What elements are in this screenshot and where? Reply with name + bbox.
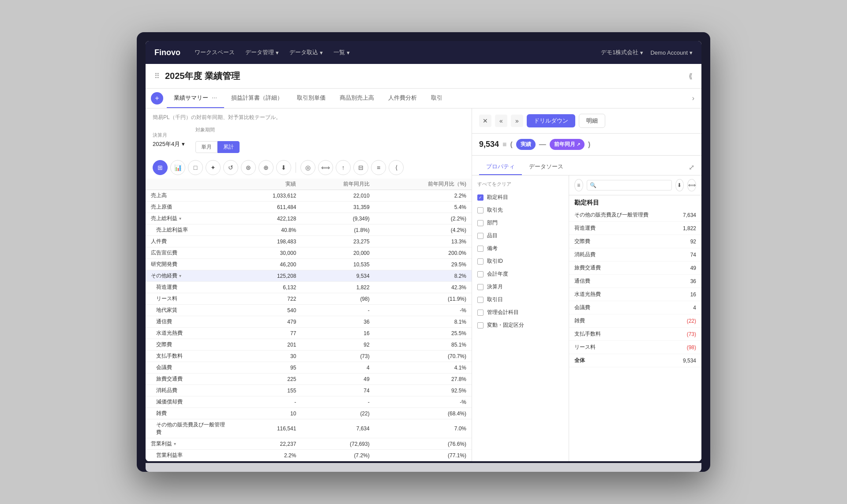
- property-item[interactable]: 品目: [477, 229, 563, 242]
- breakdown-search-input[interactable]: [587, 180, 672, 190]
- property-checkbox[interactable]: [477, 220, 483, 226]
- tool-chart-button[interactable]: 📊: [170, 160, 185, 175]
- table-row[interactable]: 支払手数料30(73)(70.7%): [146, 351, 472, 362]
- tab-transaction-price[interactable]: 取引別単価: [290, 89, 333, 108]
- table-row[interactable]: その他の販売費及び一般管理費116,5417,6347.0%: [146, 419, 472, 438]
- close-button[interactable]: ✕: [479, 115, 491, 127]
- table-row[interactable]: 売上原価611,48431,3595.4%: [146, 202, 472, 213]
- tab-menu-icon[interactable]: ⋯: [212, 95, 217, 101]
- property-item[interactable]: 取引先: [477, 204, 563, 217]
- tool-collapse-button[interactable]: ◎: [300, 160, 315, 175]
- clear-all-button[interactable]: すべてをクリア: [477, 181, 563, 187]
- property-item[interactable]: 部門: [477, 217, 563, 229]
- table-row[interactable]: 地代家賃540--%: [146, 305, 472, 316]
- property-checkbox[interactable]: [477, 233, 483, 239]
- table-cell-value: 2.2%: [375, 190, 472, 202]
- table-row[interactable]: 消耗品費1557492.5%: [146, 385, 472, 396]
- table-row[interactable]: 旅費交通費2254927.8%: [146, 373, 472, 385]
- table-cell-label: 研究開発費: [146, 259, 234, 270]
- breakdown-item-value: (22): [687, 318, 696, 324]
- detail-button[interactable]: 明細: [579, 114, 605, 128]
- drilldown-button[interactable]: ドリルダウン: [527, 114, 575, 127]
- property-checkbox[interactable]: [477, 271, 483, 277]
- tool-history-button[interactable]: ↺: [223, 160, 238, 175]
- tab-transactions[interactable]: 取引: [424, 89, 450, 108]
- period-monthly-button[interactable]: 単月: [195, 141, 217, 153]
- nav-data-import[interactable]: データ取込 ▾: [289, 49, 323, 56]
- breakdown-download-button[interactable]: ⬇: [675, 179, 684, 191]
- property-item[interactable]: 会計年度: [477, 268, 563, 280]
- period-cumulative-button[interactable]: 累計: [217, 141, 240, 153]
- expand-icon[interactable]: ▾: [174, 441, 176, 446]
- property-checkbox[interactable]: [477, 207, 483, 213]
- tab-product-sales[interactable]: 商品別売上高: [333, 89, 381, 108]
- table-row[interactable]: 広告宣伝費30,00020,000200.0%: [146, 247, 472, 259]
- table-row[interactable]: 人件費198,48323,27513.3%: [146, 236, 472, 247]
- table-row[interactable]: リース料722(98)(11.9%): [146, 293, 472, 305]
- company-selector[interactable]: デモ1株式会社 ▾: [601, 49, 643, 56]
- property-item[interactable]: 変動・固定区分: [477, 319, 563, 332]
- table-row[interactable]: 荷造運費6,1321,82242.3%: [146, 282, 472, 293]
- expand-icon[interactable]: ▾: [179, 273, 181, 278]
- expand-icon[interactable]: ▾: [179, 216, 181, 221]
- tool-switch-button[interactable]: ⟺: [318, 160, 333, 175]
- account-menu[interactable]: Demo Account ▾: [650, 49, 693, 56]
- breakdown-item-label: 水道光熱費: [574, 291, 601, 298]
- expand-icon[interactable]: ⤢: [689, 163, 694, 172]
- nav-workspace[interactable]: ワークスペース: [195, 49, 235, 56]
- property-checkbox[interactable]: [477, 194, 483, 201]
- tab-summary[interactable]: 業績サマリー ⋯: [167, 89, 224, 108]
- forward-button[interactable]: »: [511, 115, 523, 127]
- table-row[interactable]: 水道光熱費771625.5%: [146, 328, 472, 339]
- sub-tab-properties[interactable]: プロパティ: [479, 159, 522, 175]
- tool-copy-button[interactable]: □: [188, 160, 203, 175]
- tool-grid2-button[interactable]: ⊟: [353, 160, 368, 175]
- table-row[interactable]: 通信費479368.1%: [146, 316, 472, 328]
- table-row[interactable]: 売上総利益率40.8%(1.8%)(4.2%): [146, 224, 472, 236]
- tool-grid-button[interactable]: ⊞: [153, 160, 168, 175]
- sub-tab-datasource[interactable]: データソース: [522, 159, 570, 175]
- table-row[interactable]: 売上総利益▾422,128(9,349)(2.2%): [146, 213, 472, 224]
- property-checkbox[interactable]: [477, 258, 483, 265]
- formula-value: 9,534: [479, 140, 499, 149]
- tool-menu-button[interactable]: ≡: [371, 160, 386, 175]
- tabs-more-button[interactable]: ›: [689, 94, 698, 102]
- table-row[interactable]: その他経費▾125,2089,5348.2%: [146, 270, 472, 282]
- property-item[interactable]: 取引日: [477, 293, 563, 306]
- property-item[interactable]: 備考: [477, 242, 563, 255]
- table-row[interactable]: 売上高1,033,61222,0102.2%: [146, 190, 472, 202]
- breakdown-filter-button[interactable]: ≡: [574, 179, 583, 191]
- property-item[interactable]: 管理会計科目: [477, 306, 563, 319]
- property-checkbox[interactable]: [477, 297, 483, 303]
- nav-list[interactable]: 一覧 ▾: [334, 49, 350, 56]
- property-checkbox[interactable]: [477, 284, 483, 290]
- property-item[interactable]: 取引ID: [477, 255, 563, 268]
- tool-star-button[interactable]: ✦: [206, 160, 221, 175]
- tool-download-button[interactable]: ⬇: [276, 160, 291, 175]
- tool-copy2-button[interactable]: ⊕: [259, 160, 274, 175]
- table-row[interactable]: 会議費9544.1%: [146, 362, 472, 373]
- collapse-button[interactable]: ⟪: [689, 72, 693, 80]
- table-row[interactable]: 交際費2019285.1%: [146, 339, 472, 351]
- property-label: 決算月: [487, 283, 503, 291]
- tool-link-button[interactable]: ⊛: [241, 160, 256, 175]
- property-checkbox[interactable]: [477, 322, 483, 329]
- tool-up-button[interactable]: ↑: [336, 160, 351, 175]
- property-item[interactable]: 勘定科目: [477, 191, 563, 204]
- back-button[interactable]: «: [495, 115, 507, 127]
- tab-personnel[interactable]: 人件費分析: [381, 89, 424, 108]
- month-selector[interactable]: 2025年4月 ▾: [153, 140, 185, 148]
- table-row[interactable]: 減価償却費---%: [146, 396, 472, 408]
- table-row[interactable]: 営業利益▾22,237(72,693)(76.6%): [146, 438, 472, 450]
- breakdown-switch-button[interactable]: ⟺: [687, 179, 696, 191]
- table-row[interactable]: 雑費10(22)(68.4%): [146, 408, 472, 419]
- property-checkbox[interactable]: [477, 310, 483, 316]
- table-row[interactable]: 営業利益率2.2%(7.2%)(77.1%): [146, 450, 472, 461]
- table-row[interactable]: 研究開発費46,20010,53529.5%: [146, 259, 472, 270]
- nav-data-management[interactable]: データ管理 ▾: [245, 49, 279, 56]
- property-checkbox[interactable]: [477, 246, 483, 252]
- property-item[interactable]: 決算月: [477, 280, 563, 293]
- add-tab-button[interactable]: +: [151, 92, 163, 105]
- tool-extra-button[interactable]: ⟨: [389, 160, 404, 175]
- tab-pl-detail[interactable]: 損益計算書（詳細）: [224, 89, 290, 108]
